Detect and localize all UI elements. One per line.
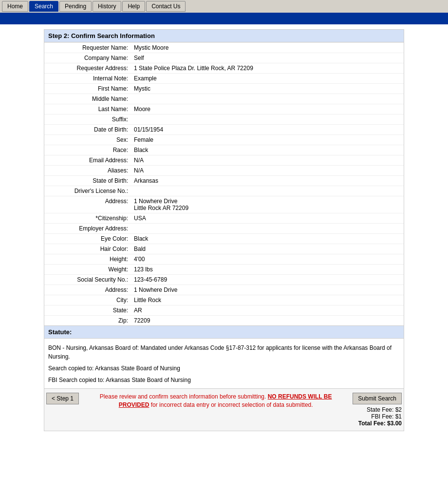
form-row: Address:1 Nowhere Drive xyxy=(44,285,404,295)
form-label: Hair Color: xyxy=(44,244,132,254)
form-row: Requester Name:Mystic Moore xyxy=(44,42,404,53)
form-row: Weight:123 lbs xyxy=(44,264,404,274)
form-row: Suffix: xyxy=(44,114,404,124)
nav-tab-history[interactable]: History xyxy=(93,1,121,12)
form-label: Employer Address: xyxy=(44,224,132,233)
form-label: *Citizenship: xyxy=(44,213,132,223)
form-value: 4'00 xyxy=(132,254,404,264)
form-value: Example xyxy=(132,74,404,83)
form-row: Address:1 Nowhere DriveLittle Rock AR 72… xyxy=(44,196,404,213)
form-label: Race: xyxy=(44,145,132,155)
form-value: Bald xyxy=(132,244,404,254)
form-row: Company Name:Self xyxy=(44,53,404,63)
form-label: First Name: xyxy=(44,84,132,94)
form-table: Step 2: Confirm Search Information xyxy=(44,29,404,42)
form-row: Eye Color:Black xyxy=(44,233,404,244)
form-row: State of Birth:Arkansas xyxy=(44,175,404,186)
form-label: Last Name: xyxy=(44,104,132,114)
form-row: Email Address:N/A xyxy=(44,155,404,165)
form-value: N/A xyxy=(132,166,404,175)
footer-row: < Step 1 Please review and confirm searc… xyxy=(44,389,404,431)
form-row: Race:Black xyxy=(44,145,404,155)
form-label: Address: xyxy=(44,196,132,213)
form-label: City: xyxy=(44,295,132,305)
fbi-fee: FBI Fee: $1 xyxy=(371,413,402,420)
form-row: City:Little Rock xyxy=(44,295,404,305)
form-row: Internal Note:Example xyxy=(44,73,404,83)
form-label: Zip: xyxy=(44,316,132,325)
form-label: Eye Color: xyxy=(44,234,132,244)
form-label: Requester Name: xyxy=(44,43,132,53)
form-value: Arkansas xyxy=(132,176,404,186)
form-row: Social Security No.:123-45-6789 xyxy=(44,274,404,285)
form-value: 01/15/1954 xyxy=(132,125,404,134)
nav-tab-contact[interactable]: Contact Us xyxy=(146,1,186,12)
form-row: Driver's License No.: xyxy=(44,186,404,196)
form-value xyxy=(132,186,404,196)
form-row: Aliases:N/A xyxy=(44,165,404,175)
form-value: 123 lbs xyxy=(132,265,404,274)
form-label: Sex: xyxy=(44,135,132,145)
form-value: USA xyxy=(132,213,404,223)
form-row: Last Name:Moore xyxy=(44,104,404,114)
form-label: Suffix: xyxy=(44,114,132,124)
form-value: Self xyxy=(132,53,404,63)
form-row: Middle Name: xyxy=(44,94,404,104)
form-label: State of Birth: xyxy=(44,176,132,186)
form-label: Internal Note: xyxy=(44,74,132,83)
warning-part3: for incorrect data entry or incorrect se… xyxy=(151,401,313,408)
form-value xyxy=(132,114,404,124)
nav-bar: Home Search Pending History Help Contact… xyxy=(0,0,448,14)
form-value: 123-45-6789 xyxy=(132,275,404,285)
nav-tab-search[interactable]: Search xyxy=(29,1,58,12)
form-value: AR xyxy=(132,305,404,315)
form-label: Email Address: xyxy=(44,155,132,165)
nav-tab-home[interactable]: Home xyxy=(2,1,28,12)
form-label: Address: xyxy=(44,285,132,295)
form-row: *Citizenship:USA xyxy=(44,213,404,223)
form-label: State: xyxy=(44,305,132,315)
form-row: Employer Address: xyxy=(44,223,404,233)
form-row: Zip:72209 xyxy=(44,315,404,325)
total-fee: Total Fee: $3.00 xyxy=(358,420,402,427)
statute-line: Search copied to: Arkansas State Board o… xyxy=(48,362,400,374)
form-value: Mystic xyxy=(132,84,404,94)
nav-tab-help[interactable]: Help xyxy=(122,1,145,12)
form-value: 72209 xyxy=(132,316,404,325)
form-value xyxy=(132,94,404,104)
nav-tab-pending[interactable]: Pending xyxy=(59,1,92,12)
form-row: State:AR xyxy=(44,305,404,315)
warning-text: Please review and confirm search informa… xyxy=(79,393,353,409)
form-row: First Name:Mystic xyxy=(44,83,404,94)
statute-section: BON - Nursing, Arkansas Board of: Mandat… xyxy=(44,339,404,389)
fields-container: Requester Name:Mystic MooreCompany Name:… xyxy=(44,42,404,326)
form-label: Weight: xyxy=(44,265,132,274)
form-label: Aliases: xyxy=(44,166,132,175)
form-value: Little Rock xyxy=(132,295,404,305)
form-label: Middle Name: xyxy=(44,94,132,104)
form-row: Hair Color:Bald xyxy=(44,244,404,254)
form-label: Social Security No.: xyxy=(44,275,132,285)
warning-part1: Please review and confirm search informa… xyxy=(100,393,266,400)
form-label: Date of Birth: xyxy=(44,125,132,134)
back-button[interactable]: < Step 1 xyxy=(46,393,79,404)
form-label: Height: xyxy=(44,254,132,264)
state-fee: State Fee: $2 xyxy=(367,406,402,413)
form-row: Date of Birth:01/15/1954 xyxy=(44,124,404,134)
form-row: Height:4'00 xyxy=(44,254,404,264)
step-header: Step 2: Confirm Search Information xyxy=(44,30,404,42)
form-value: N/A xyxy=(132,155,404,165)
statute-header: Statute: xyxy=(44,326,404,339)
form-value: 1 Nowhere DriveLittle Rock AR 72209 xyxy=(132,196,404,213)
form-value: Black xyxy=(132,145,404,155)
statute-line: FBI Search copied to: Arkansas State Boa… xyxy=(48,374,400,385)
form-value: Mystic Moore xyxy=(132,43,404,53)
form-value xyxy=(132,224,404,233)
form-value: Female xyxy=(132,135,404,145)
submit-button[interactable]: Submit Search xyxy=(353,393,402,404)
form-label: Requester Address: xyxy=(44,63,132,73)
form-label: Driver's License No.: xyxy=(44,186,132,196)
form-row: Sex:Female xyxy=(44,134,404,145)
statute-line: BON - Nursing, Arkansas Board of: Mandat… xyxy=(48,342,400,362)
main-content: Step 2: Confirm Search Information Reque… xyxy=(34,24,414,436)
